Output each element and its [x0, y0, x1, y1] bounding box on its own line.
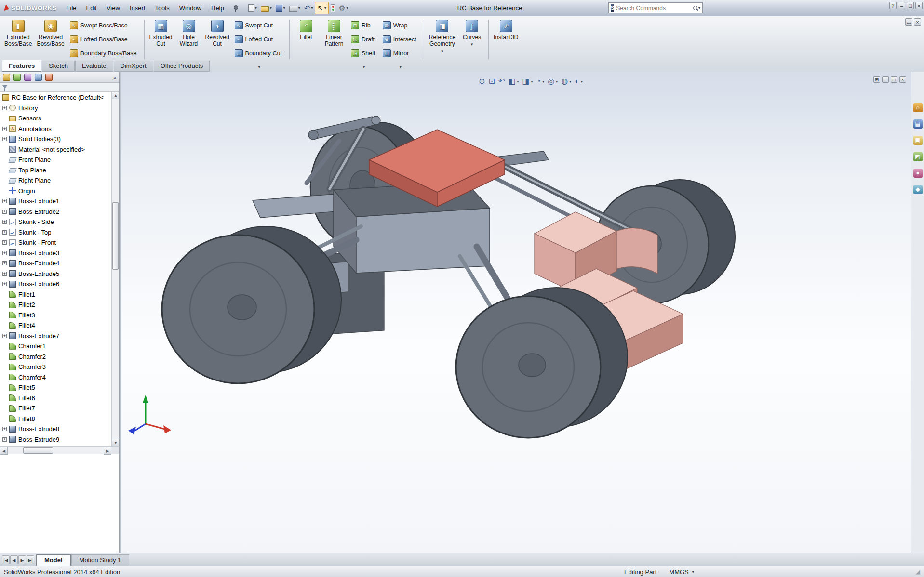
lofted-cut-button[interactable]: Lofted Cut	[233, 32, 286, 46]
panel-more-icon[interactable]: »	[113, 75, 116, 80]
edit-appearance-icon[interactable]: ◍	[561, 77, 568, 86]
search-icon[interactable]	[693, 5, 696, 11]
expand-plus-icon[interactable]	[2, 106, 7, 110]
appearances-icon[interactable]: ●	[913, 169, 923, 178]
menu-item[interactable]: Edit	[81, 2, 102, 13]
select-tool-button[interactable]: ↖▾	[315, 2, 329, 14]
tree-item[interactable]: Fillet1	[2, 289, 111, 300]
expand-plus-icon[interactable]	[2, 137, 7, 141]
split-view-icon[interactable]: ⊞	[873, 76, 880, 83]
expand-plus-icon[interactable]	[2, 282, 7, 286]
tree-item[interactable]: Top Plane	[2, 165, 111, 176]
tree-item[interactable]: Boss-Extrude8	[2, 424, 111, 434]
menu-item[interactable]: File	[62, 2, 81, 13]
flyout-arrow-icon[interactable]: ▾	[400, 65, 402, 69]
tree-item[interactable]: Chamfer2	[2, 352, 111, 362]
options-button[interactable]: ⚙▾	[337, 2, 350, 14]
save-button[interactable]: ▾	[274, 2, 287, 14]
minimize-button[interactable]: –	[898, 2, 905, 9]
expand-plus-icon[interactable]	[2, 437, 7, 442]
new-document-button[interactable]: ▾	[246, 2, 259, 14]
units-selector[interactable]: MMGS ▾	[669, 568, 694, 576]
chevron-down-icon[interactable]: ▾	[517, 79, 519, 84]
viewport-close-icon[interactable]: ×	[899, 76, 906, 83]
tree-item[interactable]: Chamfer4	[2, 372, 111, 383]
tree-item[interactable]: Fillet6	[2, 393, 111, 404]
flyout-arrow-icon[interactable]: ▾	[363, 65, 365, 69]
search-scope-icon[interactable]: S	[611, 4, 614, 12]
rib-button[interactable]: Rib	[349, 18, 379, 32]
expand-plus-icon[interactable]	[2, 261, 7, 265]
maximize-button[interactable]: □	[907, 2, 914, 9]
file-explorer-icon[interactable]: ▣	[913, 136, 923, 145]
tab-model[interactable]: Model	[36, 554, 71, 566]
menu-item[interactable]: View	[102, 2, 125, 13]
expand-plus-icon[interactable]	[2, 210, 7, 214]
tree-item[interactable]: Front Plane	[2, 155, 111, 165]
expand-plus-icon[interactable]	[2, 127, 7, 131]
tree-item[interactable]: Fillet7	[2, 403, 111, 414]
scrollbar-thumb[interactable]	[112, 202, 119, 270]
viewport-restore-icon[interactable]: □	[891, 76, 897, 83]
open-button[interactable]: ▾	[259, 2, 274, 14]
tab-evaluate[interactable]: Evaluate	[75, 61, 113, 72]
swept-boss-base-button[interactable]: Swept Boss/Base	[68, 18, 141, 32]
undo-button[interactable]: ↶▾	[302, 2, 315, 14]
display-style-icon[interactable]: ◔	[536, 77, 541, 86]
tree-item[interactable]: Boss-Extrude4	[2, 258, 111, 269]
boundary-boss-base-button[interactable]: Boundary Boss/Base	[68, 46, 141, 60]
menu-item[interactable]: Help	[206, 2, 229, 13]
tree-item[interactable]: History	[2, 103, 111, 114]
tree-item[interactable]: Boss-Extrude6	[2, 279, 111, 289]
rebuild-button[interactable]	[329, 2, 337, 14]
tree-item[interactable]: Chamfer1	[2, 341, 111, 352]
model-3d-view[interactable]	[121, 87, 911, 543]
previous-tab-icon[interactable]: ◀	[10, 555, 18, 564]
chevron-down-icon[interactable]: ▾	[531, 79, 533, 84]
fillet-button[interactable]: Fillet	[292, 18, 320, 41]
tree-vertical-scrollbar[interactable]: ▲ ▼	[111, 92, 119, 446]
reference-geometry-button[interactable]: Reference Geometry ▾	[427, 18, 458, 55]
wheel-front-right[interactable]	[456, 288, 628, 438]
flyout-arrow-icon[interactable]: ▾	[258, 65, 261, 69]
shell-button[interactable]: Shell	[349, 46, 379, 60]
close-button[interactable]: ×	[915, 2, 923, 9]
curves-button[interactable]: Curves ▾	[458, 18, 486, 49]
search-commands-box[interactable]: S ▾	[608, 2, 703, 13]
expand-plus-icon[interactable]	[2, 220, 7, 224]
tree-item[interactable]: Chamfer3	[2, 362, 111, 372]
menu-item[interactable]: Window	[174, 2, 206, 13]
instant3d-button[interactable]: Instant3D	[491, 18, 521, 41]
resize-grip[interactable]: ◢	[916, 568, 920, 575]
linear-pattern-button[interactable]: Linear Pattern	[320, 18, 348, 48]
view-orientation-icon[interactable]: ◨	[522, 77, 529, 86]
boundary-cut-button[interactable]: Boundary Cut	[233, 46, 286, 60]
tree-item[interactable]: Material <not specified>	[2, 144, 111, 155]
menu-item[interactable]: Insert	[125, 2, 150, 13]
displaymanager-tab-icon[interactable]	[45, 74, 53, 81]
pin-menu-icon[interactable]	[232, 5, 239, 12]
first-tab-icon[interactable]: |◀	[2, 555, 10, 564]
custom-properties-icon[interactable]: ◆	[913, 185, 923, 194]
solidworks-resources-icon[interactable]: ⌂	[913, 103, 923, 112]
dimxpertmanager-tab-icon[interactable]	[35, 74, 42, 81]
expand-plus-icon[interactable]	[2, 199, 7, 203]
tree-item[interactable]: Fillet3	[2, 310, 111, 321]
help-button[interactable]: ?	[889, 2, 897, 9]
graphics-viewport[interactable]: ⊙ ⊡ ↶ ◧▾ ◨▾ ◔▾ ◎▾ ◍▾ ◐▾ ⊞ – □ ×	[121, 72, 911, 553]
last-tab-icon[interactable]: ▶|	[27, 555, 34, 564]
swept-cut-button[interactable]: Swept Cut	[233, 18, 286, 32]
tree-item[interactable]: Boss-Extrude5	[2, 269, 111, 279]
expand-plus-icon[interactable]	[2, 251, 7, 255]
tab-office-products[interactable]: Office Products	[154, 61, 210, 72]
hide-show-items-icon[interactable]: ◎	[548, 77, 554, 86]
tree-item[interactable]: Solid Bodies(3)	[2, 134, 111, 144]
tab-sketch[interactable]: Sketch	[42, 61, 75, 72]
view-palette-icon[interactable]: ◩	[913, 152, 923, 161]
tree-item[interactable]: Boss-Extrude7	[2, 331, 111, 341]
scroll-up-icon[interactable]: ▲	[112, 92, 119, 99]
featuremanager-tab-icon[interactable]	[3, 74, 10, 81]
tree-item[interactable]: Right Plane	[2, 175, 111, 186]
chevron-down-icon[interactable]: ▾	[542, 79, 544, 84]
propertymanager-tab-icon[interactable]	[13, 74, 21, 81]
